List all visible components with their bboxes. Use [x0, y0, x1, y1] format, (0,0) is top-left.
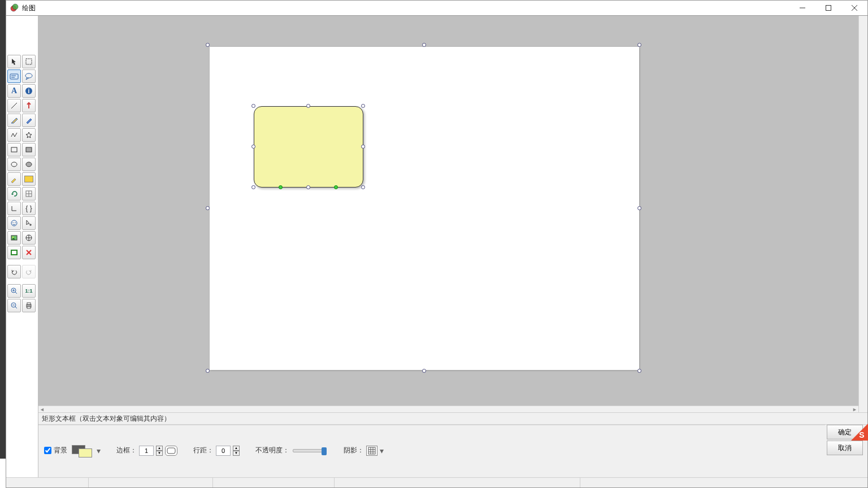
window-title: 绘图 — [22, 3, 36, 13]
shape-handle-s[interactable] — [306, 185, 310, 189]
print-icon[interactable] — [22, 299, 36, 312]
bg-label: 背景 — [54, 446, 67, 455]
shape-handle-w[interactable] — [251, 145, 255, 149]
highlighter-icon[interactable] — [7, 172, 21, 186]
page-handle-e[interactable] — [637, 206, 641, 210]
pointer-icon[interactable] — [7, 55, 21, 68]
shape-handle-ne[interactable] — [361, 104, 365, 108]
polyline-icon[interactable] — [7, 128, 21, 142]
callout-icon[interactable] — [22, 69, 36, 83]
page-handle-ne[interactable] — [637, 43, 641, 47]
app-icon — [10, 3, 19, 12]
braces-icon[interactable]: { } — [22, 202, 36, 215]
shape-handle-n[interactable] — [306, 104, 310, 108]
shape-connector-2[interactable] — [334, 185, 338, 189]
svg-point-1 — [12, 4, 18, 10]
scrollbar-vertical[interactable] — [858, 16, 867, 412]
svg-point-28 — [12, 237, 14, 238]
close-button[interactable] — [841, 1, 867, 15]
svg-point-10 — [25, 73, 32, 78]
page-handle-n[interactable] — [422, 43, 426, 47]
page-handle-w[interactable] — [206, 206, 210, 210]
border-value[interactable] — [139, 446, 154, 456]
svg-line-13 — [11, 103, 17, 108]
title-bar: 绘图 — [6, 0, 868, 16]
opacity-label: 不透明度： — [255, 446, 289, 455]
pen-icon[interactable] — [22, 114, 36, 127]
delete-icon[interactable] — [22, 246, 36, 259]
svg-text:i: i — [28, 88, 30, 94]
svg-rect-7 — [10, 74, 18, 79]
svg-line-36 — [15, 292, 17, 294]
zoom-in-icon[interactable] — [7, 284, 21, 298]
spacing-label: 行距： — [193, 446, 214, 455]
maximize-button[interactable] — [815, 1, 841, 15]
drawing-page[interactable] — [210, 47, 639, 370]
shadow-picker[interactable] — [366, 446, 377, 456]
page-handle-sw[interactable] — [206, 369, 210, 373]
bottom-strip — [6, 477, 867, 487]
svg-rect-43 — [27, 303, 31, 304]
shadow-more[interactable]: ▾ — [380, 446, 384, 455]
redo-icon[interactable] — [22, 265, 36, 278]
shape-handle-nw[interactable] — [251, 104, 255, 108]
marquee-icon[interactable] — [22, 55, 36, 68]
rotate-icon[interactable] — [7, 187, 21, 201]
grid-icon[interactable] — [22, 187, 36, 201]
ellipse-icon[interactable] — [7, 158, 21, 171]
svg-rect-32 — [11, 250, 17, 255]
left-app-strip — [0, 0, 6, 459]
corner-style[interactable] — [165, 446, 177, 456]
frame-color-icon[interactable] — [7, 246, 21, 259]
image-icon[interactable] — [7, 231, 21, 245]
svg-rect-15 — [11, 147, 17, 152]
page-handle-nw[interactable] — [206, 43, 210, 47]
shape-handle-se[interactable] — [361, 185, 365, 189]
actual-size-icon[interactable]: 1:1 — [22, 284, 36, 298]
minimize-button[interactable] — [789, 1, 815, 15]
spacing-down[interactable]: ▼ — [233, 451, 240, 456]
bg-checkbox[interactable] — [44, 447, 51, 454]
arrow-up-icon[interactable] — [22, 99, 36, 112]
shape-handle-sw[interactable] — [251, 185, 255, 189]
scrollbar-horizontal[interactable]: ◄► — [38, 406, 858, 412]
shape-handle-e[interactable] — [361, 145, 365, 149]
textbox-icon[interactable] — [7, 69, 21, 83]
bg-more[interactable]: ▾ — [97, 446, 101, 455]
cursor-plus-icon[interactable] — [22, 216, 36, 230]
page-handle-s[interactable] — [422, 369, 426, 373]
hint-bar: 矩形文本框（双击文本对象可编辑其内容） — [38, 412, 867, 425]
border-up[interactable]: ▲ — [156, 446, 163, 451]
undo-icon[interactable] — [7, 265, 21, 278]
hint-text: 矩形文本框（双击文本对象可编辑其内容） — [42, 414, 171, 424]
corner-icon[interactable] — [7, 202, 21, 215]
canvas-area[interactable]: ◄► — [38, 16, 867, 412]
svg-rect-3 — [826, 6, 831, 11]
info-icon[interactable]: i — [22, 84, 36, 98]
svg-rect-44 — [27, 307, 31, 308]
opacity-slider[interactable] — [293, 449, 327, 452]
border-down[interactable]: ▼ — [156, 451, 163, 456]
zoom-out-icon[interactable] — [7, 299, 21, 312]
fill-color-icon[interactable] — [22, 172, 36, 186]
star-icon[interactable] — [22, 128, 36, 142]
rounded-rect-shape[interactable] — [254, 106, 363, 188]
svg-point-17 — [11, 162, 17, 167]
spacing-up[interactable]: ▲ — [233, 446, 240, 451]
ime-badge-icon: S — [851, 424, 868, 441]
target-icon[interactable] — [22, 231, 36, 245]
spacing-value[interactable] — [216, 446, 231, 456]
cancel-button[interactable]: 取消 — [827, 441, 863, 455]
shape-connector-1[interactable] — [279, 185, 283, 189]
rect-icon[interactable] — [7, 143, 21, 156]
smiley-icon[interactable] — [7, 216, 21, 230]
ellipse-filled-icon[interactable] — [22, 158, 36, 171]
svg-rect-46 — [368, 447, 375, 454]
text-icon[interactable]: A — [7, 84, 21, 98]
svg-point-18 — [26, 162, 32, 167]
line-icon[interactable] — [7, 99, 21, 112]
rect-filled-icon[interactable] — [22, 143, 36, 156]
page-handle-se[interactable] — [637, 369, 641, 373]
bg-color-2[interactable] — [79, 448, 92, 457]
pencil-icon[interactable] — [7, 114, 21, 127]
